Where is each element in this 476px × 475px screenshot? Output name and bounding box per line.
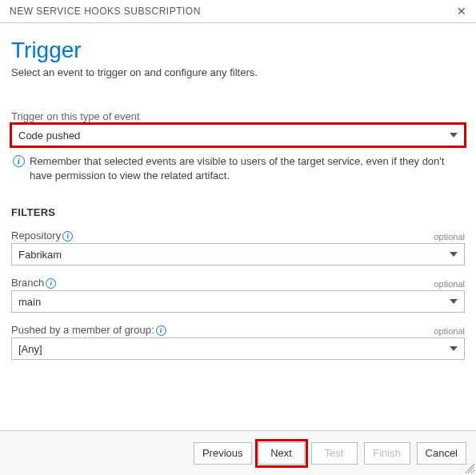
optional-tag: optional	[434, 326, 465, 336]
page-title: Trigger	[11, 38, 465, 63]
info-message: i Remember that selected events are visi…	[11, 154, 465, 182]
info-icon[interactable]: i	[46, 278, 56, 289]
dialog-header: NEW SERVICE HOOKS SUBSCRIPTION ✕	[0, 0, 476, 23]
previous-button[interactable]: Previous	[194, 442, 252, 465]
dialog-footer: Previous Next Test Finish Cancel	[0, 430, 476, 475]
cancel-button[interactable]: Cancel	[417, 442, 466, 465]
next-button[interactable]: Next	[258, 442, 305, 465]
group-label: Pushed by a member of group: i	[11, 324, 166, 336]
chevron-down-icon	[450, 252, 458, 257]
group-select[interactable]: [Any]	[11, 337, 465, 360]
optional-tag: optional	[434, 279, 465, 289]
dialog-content: Trigger Select an event to trigger on an…	[0, 23, 476, 360]
branch-select[interactable]: main	[11, 290, 465, 313]
dialog-title: NEW SERVICE HOOKS SUBSCRIPTION	[10, 6, 201, 17]
optional-tag: optional	[434, 232, 465, 241]
test-button: Test	[311, 442, 358, 465]
group-value: [Any]	[18, 343, 42, 355]
branch-filter: Branch i optional main	[11, 277, 465, 313]
page-description: Select an event to trigger on and config…	[11, 66, 465, 78]
chevron-down-icon	[450, 346, 458, 351]
chevron-down-icon	[450, 133, 458, 138]
finish-button: Finish	[364, 442, 410, 465]
group-filter: Pushed by a member of group: i optional …	[11, 324, 465, 360]
event-type-label: Trigger on this type of event	[11, 110, 465, 122]
info-icon[interactable]: i	[156, 325, 166, 336]
event-type-value: Code pushed	[18, 130, 80, 142]
chevron-down-icon	[450, 299, 458, 304]
repository-value: Fabrikam	[18, 249, 62, 261]
close-icon[interactable]: ✕	[457, 5, 466, 18]
info-icon: i	[13, 155, 25, 167]
info-text: Remember that selected events are visibl…	[30, 154, 465, 182]
info-icon[interactable]: i	[62, 231, 73, 241]
repository-filter: Repository i optional Fabrikam	[11, 230, 465, 265]
event-type-select[interactable]: Code pushed	[11, 124, 465, 146]
branch-label: Branch i	[11, 277, 56, 289]
branch-value: main	[18, 296, 41, 308]
resize-handle-icon[interactable]	[465, 464, 474, 473]
filters-heading: FILTERS	[11, 206, 465, 218]
repository-label: Repository i	[11, 230, 73, 241]
repository-select[interactable]: Fabrikam	[11, 243, 465, 265]
